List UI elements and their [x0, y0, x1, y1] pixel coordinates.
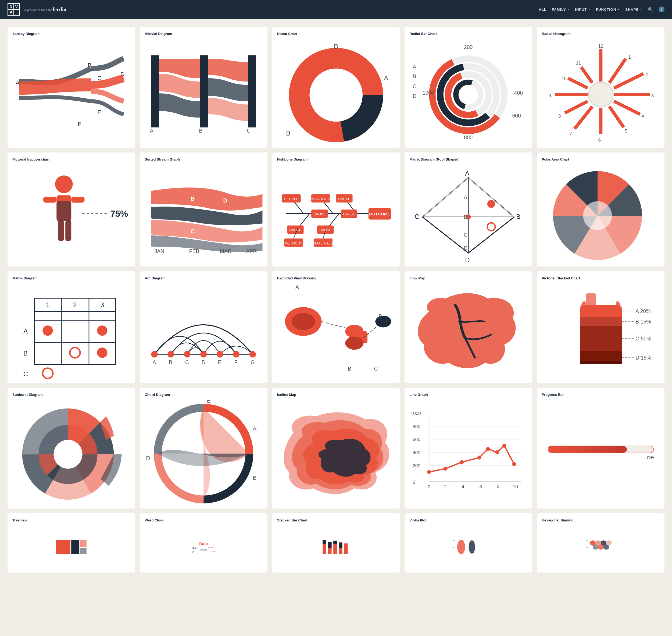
visual-line-graph: 0 200 400 600 800 1000 0 2 4 6 8 10 [409, 400, 527, 505]
svg-line-109 [468, 178, 514, 217]
svg-text:3: 3 [100, 301, 104, 309]
card-pictorial-stacked[interactable]: Pictorial Stacked Chart [537, 271, 665, 383]
svg-rect-231 [339, 543, 342, 548]
svg-rect-217 [80, 548, 86, 554]
info-icon[interactable]: i [658, 6, 665, 12]
visual-progress-bar: 75% [542, 400, 660, 505]
svg-text:plot: plot [192, 551, 195, 553]
visual-word-cloud: Data chart visual diagram plot graph [145, 525, 262, 569]
card-sankey[interactable]: Sankey Diagram A B C D E [7, 27, 135, 147]
nav-family[interactable]: FAMILY ▼ [552, 7, 570, 12]
visual-radial-bar: 200 400 1000 800 600 A B C D [409, 39, 527, 144]
visual-sorted-stream: B D C JAN FEB MAR APR [145, 164, 262, 263]
nav-all[interactable]: ALL [539, 7, 547, 12]
card-title-chord: Chord Diagram [145, 393, 262, 397]
svg-text:4: 4 [642, 114, 644, 119]
main-content: Sankey Diagram A B C D E [0, 19, 672, 581]
visual-matrix: 1 2 3 A B C [12, 283, 130, 379]
card-radial-hist[interactable]: Radial Histogram [537, 27, 665, 147]
header-left: D V P A project in beta by ferdio [7, 3, 66, 16]
svg-text:1: 1 [628, 55, 631, 60]
card-sorted-stream[interactable]: Sorted Stream Graph B D C JAN FEB MAR [140, 153, 267, 266]
visual-flow-map [409, 283, 527, 379]
svg-text:A: A [384, 75, 388, 82]
svg-point-207 [444, 467, 448, 471]
svg-text:2: 2 [73, 301, 77, 309]
card-progress-bar[interactable]: Progress Bar 75% [537, 388, 665, 509]
card-flow-map[interactable]: Flow Map [405, 271, 532, 383]
family-arrow: ▼ [567, 8, 570, 11]
card-stacked-bar[interactable]: Stacked Bar Chart [272, 513, 400, 573]
card-radial-bar[interactable]: Radial Bar Chart 200 400 1000 800 [405, 27, 532, 147]
svg-rect-7 [200, 55, 208, 127]
svg-line-40 [609, 106, 624, 127]
svg-point-156 [291, 313, 315, 330]
svg-point-139 [42, 368, 53, 378]
svg-point-209 [477, 456, 482, 460]
svg-text:C: C [415, 213, 420, 220]
svg-rect-6 [151, 55, 159, 127]
svg-rect-173 [580, 361, 622, 364]
svg-point-146 [233, 351, 240, 357]
card-title-matrix: Matrix Diagram [12, 276, 130, 280]
search-icon[interactable]: 🔍 [648, 7, 653, 12]
svg-rect-232 [344, 543, 348, 554]
card-arc[interactable]: Arc Diagram [140, 271, 267, 383]
card-fishbone[interactable]: Fishbone Diagram OUTCOME [272, 153, 400, 266]
nav-input[interactable]: INPUT ▼ [575, 7, 591, 12]
card-sunburst[interactable]: Sunburst Diagram [7, 388, 135, 509]
svg-text:C: C [98, 75, 102, 81]
card-donut[interactable]: Donut Chart D A B [272, 27, 400, 147]
svg-point-47 [588, 82, 613, 107]
card-hex-binning[interactable]: Hexagonal Binning 1000 500 [537, 513, 665, 573]
card-line-graph[interactable]: Line Graph 0 200 400 600 800 [405, 388, 532, 509]
svg-text:C: C [23, 370, 28, 378]
svg-text:METHODS: METHODS [285, 241, 302, 245]
svg-text:B: B [199, 128, 203, 134]
svg-text:MATERIALS: MATERIALS [313, 241, 333, 245]
svg-rect-8 [248, 55, 256, 127]
svg-text:E: E [218, 359, 222, 365]
card-matrix-roof[interactable]: Matrix Diagram (Roof Shaped) A B D C [405, 153, 532, 266]
svg-point-137 [70, 347, 80, 358]
svg-point-212 [502, 444, 506, 448]
card-matrix[interactable]: Matrix Diagram 1 2 3 [7, 271, 135, 383]
svg-text:6: 6 [598, 138, 600, 143]
card-chord[interactable]: Chord Diagram E [140, 388, 267, 509]
visual-donut: D A B [277, 39, 395, 144]
svg-point-182 [54, 440, 82, 469]
svg-line-110 [423, 178, 468, 217]
svg-text:0: 0 [428, 484, 430, 490]
card-word-cloud[interactable]: Word Cloud Data chart visual diagram plo… [140, 513, 267, 573]
nav-function[interactable]: FUNCTION ▼ [596, 7, 620, 12]
svg-text:B: B [190, 195, 195, 202]
svg-text:75%: 75% [110, 208, 128, 218]
svg-text:B: B [169, 359, 172, 365]
card-violin[interactable]: Violin Plot 1000 500 [405, 513, 532, 573]
card-polar-area[interactable]: Polar Area Chart [537, 153, 665, 266]
card-pictorial-fraction[interactable]: Pictorial fraction chart 75% [7, 153, 135, 266]
card-exploded[interactable]: Exploded View Drawing [272, 271, 400, 383]
svg-line-43 [565, 101, 588, 113]
card-title-line-graph: Line Graph [409, 393, 527, 397]
svg-text:F: F [235, 359, 238, 365]
nav-shape[interactable]: SHAPE ▼ [625, 7, 643, 12]
svg-text:CAUSE: CAUSE [338, 197, 350, 201]
svg-text:C: C [374, 366, 378, 372]
svg-text:B: B [464, 214, 467, 220]
svg-text:800: 800 [464, 135, 473, 140]
svg-text:B: B [516, 213, 521, 220]
card-alluvial[interactable]: Alluvial Diagram A B C [140, 27, 267, 147]
svg-text:A: A [465, 170, 470, 177]
card-treemap[interactable]: Treemap [7, 513, 135, 573]
svg-text:C: C [247, 128, 250, 134]
function-arrow: ▼ [617, 8, 620, 11]
svg-text:CAUSE: CAUSE [319, 228, 332, 232]
logo-p: P [8, 9, 14, 15]
svg-text:4: 4 [462, 484, 464, 490]
card-isoline[interactable]: Isoline Map [272, 388, 400, 509]
card-title-exploded: Exploded View Drawing [277, 276, 395, 280]
card-title-pictorial-stacked: Pictorial Stacked Chart [542, 276, 660, 280]
svg-point-213 [512, 462, 516, 466]
svg-text:D: D [379, 313, 382, 319]
